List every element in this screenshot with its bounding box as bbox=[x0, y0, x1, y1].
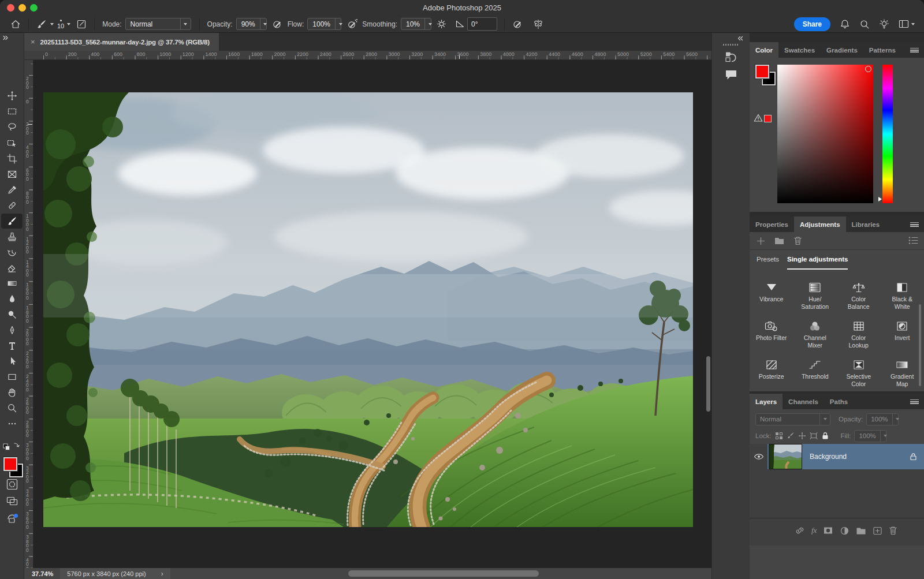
foreground-background-colors[interactable] bbox=[0, 456, 24, 480]
document-info[interactable]: 5760 px x 3840 px (240 ppi) › bbox=[60, 568, 170, 579]
collapse-panels-icon[interactable] bbox=[737, 36, 744, 41]
canvas[interactable] bbox=[33, 60, 711, 568]
layer-blend-mode-dropdown[interactable]: Normal bbox=[755, 413, 830, 425]
layer-opacity-dropdown[interactable]: 100% bbox=[866, 413, 899, 425]
color-saturation-field[interactable] bbox=[777, 65, 873, 203]
new-group-folder-icon[interactable] bbox=[774, 237, 784, 245]
tool-dodge[interactable] bbox=[1, 307, 23, 322]
horizontal-scrollbar[interactable] bbox=[348, 570, 539, 577]
delete-trash-icon[interactable] bbox=[793, 236, 802, 245]
tab-properties[interactable]: Properties bbox=[750, 216, 794, 232]
gamut-color-swatch[interactable] bbox=[764, 115, 772, 122]
tool-gradient[interactable] bbox=[1, 276, 23, 291]
brush-tool-preset-icon[interactable] bbox=[34, 17, 49, 32]
comments-panel-icon[interactable] bbox=[724, 67, 739, 82]
tool-type[interactable] bbox=[1, 338, 23, 353]
share-button[interactable]: Share bbox=[794, 17, 830, 31]
tab-patterns[interactable]: Patterns bbox=[863, 42, 901, 58]
tool-hand[interactable] bbox=[1, 385, 23, 400]
tool-history-brush[interactable] bbox=[1, 245, 23, 260]
tab-swatches[interactable]: Swatches bbox=[778, 42, 821, 58]
smoothing-dropdown[interactable]: 10% bbox=[401, 18, 431, 30]
tool-spot-healing-brush[interactable] bbox=[1, 198, 23, 213]
screen-mode-icon[interactable] bbox=[6, 495, 18, 506]
adjustment-vibrance[interactable]: Vibrance bbox=[750, 277, 793, 315]
adjustment-selective-color[interactable]: Selective Color bbox=[837, 354, 881, 393]
new-layer-icon[interactable] bbox=[873, 526, 882, 536]
tool-edit-toolbar[interactable] bbox=[1, 416, 23, 431]
link-layers-icon[interactable] bbox=[795, 525, 805, 536]
photo-munnar-tea-hills[interactable] bbox=[43, 92, 693, 527]
notifications-bell-icon[interactable] bbox=[840, 19, 850, 29]
adjustment-invert[interactable]: Invert bbox=[881, 315, 924, 354]
lock-pixels-brush-icon[interactable] bbox=[787, 432, 795, 440]
layer-lock-icon[interactable] bbox=[910, 453, 917, 461]
gamut-warning-icon[interactable] bbox=[754, 114, 763, 122]
add-layer-mask-icon[interactable] bbox=[823, 526, 833, 535]
tool-crop[interactable] bbox=[1, 151, 23, 166]
brush-preset-chevron-icon[interactable] bbox=[50, 23, 54, 25]
quick-mask-icon[interactable] bbox=[6, 479, 18, 490]
size-pressure-icon[interactable] bbox=[510, 17, 525, 32]
brush-size-widget[interactable]: 10 bbox=[57, 20, 70, 29]
layer-style-fx-icon[interactable]: fx bbox=[811, 526, 817, 535]
opacity-dropdown[interactable]: 90% bbox=[236, 18, 267, 30]
hue-slider-marker[interactable] bbox=[878, 197, 882, 201]
tab-color[interactable]: Color bbox=[750, 42, 778, 58]
history-panel-icon[interactable] bbox=[724, 50, 739, 65]
tool-brush[interactable] bbox=[1, 214, 23, 229]
vertical-scrollbar[interactable] bbox=[706, 356, 710, 412]
dock-grip[interactable] bbox=[723, 44, 739, 46]
adjustment-channel-mixer[interactable]: Channel Mixer bbox=[793, 315, 837, 354]
opacity-pressure-icon[interactable] bbox=[270, 17, 285, 32]
subtab-single-adjustments[interactable]: Single adjustments bbox=[787, 256, 848, 270]
workspace-switcher-icon[interactable] bbox=[899, 20, 915, 29]
brush-settings-panel-icon[interactable] bbox=[74, 17, 89, 32]
tool-rectangular-marquee[interactable] bbox=[1, 104, 23, 119]
adjustment-black-white[interactable]: Black & White bbox=[881, 277, 924, 315]
tool-object-selection[interactable] bbox=[1, 136, 23, 151]
close-tab-icon[interactable]: × bbox=[31, 38, 35, 46]
foreground-color-swatch[interactable] bbox=[3, 457, 17, 471]
add-adjustment-icon[interactable] bbox=[757, 237, 765, 245]
tool-move[interactable] bbox=[1, 88, 23, 103]
search-icon[interactable] bbox=[859, 19, 870, 29]
default-colors-icon[interactable] bbox=[3, 440, 21, 451]
new-group-folder-icon[interactable] bbox=[856, 526, 866, 535]
blend-mode-dropdown[interactable]: Normal bbox=[125, 18, 191, 30]
expand-toolbar-icon[interactable] bbox=[2, 35, 9, 40]
document-tab[interactable]: × 20251113-5D3_5562-munnar-day-2.jpg @ 3… bbox=[24, 33, 219, 51]
adjustments-scrollbar[interactable] bbox=[919, 304, 921, 386]
paint-symmetry-icon[interactable] bbox=[531, 17, 546, 32]
airbrush-icon[interactable] bbox=[345, 17, 360, 32]
lock-transparency-icon[interactable] bbox=[775, 432, 783, 440]
lock-artboard-icon[interactable] bbox=[810, 432, 818, 440]
list-view-icon[interactable] bbox=[908, 236, 918, 245]
adjustment-color-balance[interactable]: Color Balance bbox=[837, 277, 881, 315]
panel-menu-icon[interactable] bbox=[910, 48, 919, 53]
tab-paths[interactable]: Paths bbox=[824, 394, 854, 409]
layer-fill-dropdown[interactable]: 100% bbox=[854, 430, 886, 442]
brush-size-chevron-icon[interactable] bbox=[67, 23, 70, 25]
tab-libraries[interactable]: Libraries bbox=[846, 216, 886, 232]
subtab-presets[interactable]: Presets bbox=[757, 256, 779, 270]
tab-adjustments[interactable]: Adjustments bbox=[794, 216, 846, 232]
tool-blur[interactable] bbox=[1, 292, 23, 307]
gear-icon[interactable] bbox=[434, 17, 449, 32]
flow-dropdown[interactable]: 100% bbox=[307, 18, 341, 30]
adjustment-threshold[interactable]: Threshold bbox=[793, 354, 837, 393]
tool-pen[interactable] bbox=[1, 323, 23, 338]
layer-selected-area[interactable]: Background bbox=[767, 444, 924, 469]
foreground-color-swatch[interactable] bbox=[755, 65, 769, 79]
lock-position-icon[interactable] bbox=[798, 432, 806, 440]
discover-lightbulb-icon[interactable] bbox=[879, 19, 889, 29]
brush-angle-field[interactable]: 0° bbox=[467, 17, 497, 31]
tool-lasso[interactable] bbox=[1, 119, 23, 135]
delete-layer-trash-icon[interactable] bbox=[889, 526, 897, 535]
adjustment-posterize[interactable]: Posterize bbox=[750, 354, 793, 393]
tab-layers[interactable]: Layers bbox=[750, 394, 783, 409]
zoom-level[interactable]: 37.74% bbox=[32, 570, 53, 577]
tool-frame[interactable] bbox=[1, 167, 23, 182]
tool-zoom[interactable] bbox=[1, 401, 23, 416]
tab-gradients[interactable]: Gradients bbox=[821, 42, 863, 58]
